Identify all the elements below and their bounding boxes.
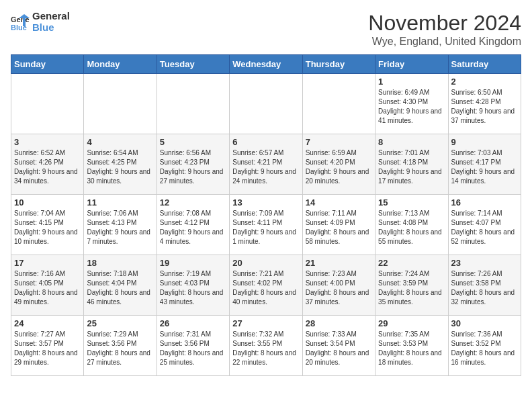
day-cell: 6Sunrise: 6:57 AM Sunset: 4:21 PM Daylig… bbox=[230, 134, 302, 195]
logo-icon: General Blue bbox=[11, 13, 30, 32]
day-number: 2 bbox=[451, 77, 518, 87]
day-cell: 30Sunrise: 7:36 AM Sunset: 3:52 PM Dayli… bbox=[448, 316, 521, 376]
day-number: 9 bbox=[451, 137, 518, 147]
day-cell: 2Sunrise: 6:50 AM Sunset: 4:28 PM Daylig… bbox=[448, 74, 521, 134]
day-cell: 19Sunrise: 7:19 AM Sunset: 4:03 PM Dayli… bbox=[157, 255, 229, 316]
day-number: 6 bbox=[232, 137, 299, 147]
day-cell bbox=[302, 74, 375, 134]
day-info: Sunrise: 7:26 AM Sunset: 3:58 PM Dayligh… bbox=[451, 269, 518, 307]
day-cell: 4Sunrise: 6:54 AM Sunset: 4:25 PM Daylig… bbox=[84, 134, 157, 195]
header: General Blue General Blue November 2024 … bbox=[11, 11, 521, 48]
day-info: Sunrise: 6:50 AM Sunset: 4:28 PM Dayligh… bbox=[451, 88, 518, 126]
day-header-monday: Monday bbox=[84, 55, 157, 74]
day-number: 30 bbox=[451, 318, 518, 328]
day-info: Sunrise: 7:21 AM Sunset: 4:02 PM Dayligh… bbox=[232, 269, 299, 307]
day-cell: 14Sunrise: 7:11 AM Sunset: 4:09 PM Dayli… bbox=[302, 195, 375, 255]
day-info: Sunrise: 7:18 AM Sunset: 4:04 PM Dayligh… bbox=[87, 269, 153, 307]
day-number: 5 bbox=[160, 137, 226, 147]
day-cell bbox=[84, 74, 157, 134]
day-info: Sunrise: 6:56 AM Sunset: 4:23 PM Dayligh… bbox=[160, 148, 226, 186]
day-cell bbox=[230, 74, 302, 134]
day-number: 17 bbox=[14, 258, 81, 268]
day-cell: 25Sunrise: 7:29 AM Sunset: 3:56 PM Dayli… bbox=[84, 316, 157, 376]
day-number: 27 bbox=[232, 318, 299, 328]
day-number: 26 bbox=[160, 318, 226, 328]
day-info: Sunrise: 6:54 AM Sunset: 4:25 PM Dayligh… bbox=[87, 148, 153, 186]
day-cell: 12Sunrise: 7:08 AM Sunset: 4:12 PM Dayli… bbox=[157, 195, 229, 255]
day-info: Sunrise: 7:03 AM Sunset: 4:17 PM Dayligh… bbox=[451, 148, 518, 186]
day-number: 20 bbox=[232, 258, 299, 268]
day-cell: 13Sunrise: 7:09 AM Sunset: 4:11 PM Dayli… bbox=[230, 195, 302, 255]
day-cell: 20Sunrise: 7:21 AM Sunset: 4:02 PM Dayli… bbox=[230, 255, 302, 316]
day-info: Sunrise: 7:09 AM Sunset: 4:11 PM Dayligh… bbox=[232, 209, 299, 246]
day-info: Sunrise: 6:57 AM Sunset: 4:21 PM Dayligh… bbox=[232, 148, 299, 186]
day-info: Sunrise: 6:49 AM Sunset: 4:30 PM Dayligh… bbox=[378, 88, 445, 126]
day-number: 12 bbox=[160, 197, 226, 208]
day-info: Sunrise: 7:24 AM Sunset: 3:59 PM Dayligh… bbox=[378, 269, 445, 307]
day-cell: 24Sunrise: 7:27 AM Sunset: 3:57 PM Dayli… bbox=[11, 316, 84, 376]
day-cell: 26Sunrise: 7:31 AM Sunset: 3:56 PM Dayli… bbox=[157, 316, 229, 376]
day-header-saturday: Saturday bbox=[448, 55, 521, 74]
day-number: 28 bbox=[306, 318, 372, 328]
day-info: Sunrise: 7:19 AM Sunset: 4:03 PM Dayligh… bbox=[160, 269, 226, 307]
day-cell: 10Sunrise: 7:04 AM Sunset: 4:15 PM Dayli… bbox=[11, 195, 84, 255]
day-info: Sunrise: 6:52 AM Sunset: 4:26 PM Dayligh… bbox=[14, 148, 81, 186]
day-number: 22 bbox=[378, 258, 445, 268]
day-cell: 29Sunrise: 7:35 AM Sunset: 3:53 PM Dayli… bbox=[375, 316, 448, 376]
day-info: Sunrise: 7:23 AM Sunset: 4:00 PM Dayligh… bbox=[306, 269, 372, 307]
day-number: 23 bbox=[451, 258, 518, 268]
header-row: SundayMondayTuesdayWednesdayThursdayFrid… bbox=[11, 55, 521, 74]
day-info: Sunrise: 6:59 AM Sunset: 4:20 PM Dayligh… bbox=[306, 148, 372, 186]
day-cell: 7Sunrise: 6:59 AM Sunset: 4:20 PM Daylig… bbox=[302, 134, 375, 195]
week-row-2: 10Sunrise: 7:04 AM Sunset: 4:15 PM Dayli… bbox=[11, 195, 521, 255]
day-cell: 17Sunrise: 7:16 AM Sunset: 4:05 PM Dayli… bbox=[11, 255, 84, 316]
day-cell: 11Sunrise: 7:06 AM Sunset: 4:13 PM Dayli… bbox=[84, 195, 157, 255]
day-number: 15 bbox=[378, 197, 445, 208]
day-info: Sunrise: 7:01 AM Sunset: 4:18 PM Dayligh… bbox=[378, 148, 445, 186]
day-cell: 15Sunrise: 7:13 AM Sunset: 4:08 PM Dayli… bbox=[375, 195, 448, 255]
day-number: 14 bbox=[306, 197, 372, 208]
day-info: Sunrise: 7:13 AM Sunset: 4:08 PM Dayligh… bbox=[378, 209, 445, 246]
day-number: 19 bbox=[160, 258, 226, 268]
day-cell: 1Sunrise: 6:49 AM Sunset: 4:30 PM Daylig… bbox=[375, 74, 448, 134]
day-number: 1 bbox=[378, 77, 445, 87]
week-row-1: 3Sunrise: 6:52 AM Sunset: 4:26 PM Daylig… bbox=[11, 134, 521, 195]
day-number: 4 bbox=[87, 137, 153, 147]
day-cell: 3Sunrise: 6:52 AM Sunset: 4:26 PM Daylig… bbox=[11, 134, 84, 195]
day-cell: 16Sunrise: 7:14 AM Sunset: 4:07 PM Dayli… bbox=[448, 195, 521, 255]
week-row-3: 17Sunrise: 7:16 AM Sunset: 4:05 PM Dayli… bbox=[11, 255, 521, 316]
day-cell: 28Sunrise: 7:33 AM Sunset: 3:54 PM Dayli… bbox=[302, 316, 375, 376]
day-number: 8 bbox=[378, 137, 445, 147]
day-number: 13 bbox=[232, 197, 299, 208]
day-info: Sunrise: 7:33 AM Sunset: 3:54 PM Dayligh… bbox=[306, 330, 372, 367]
day-info: Sunrise: 7:36 AM Sunset: 3:52 PM Dayligh… bbox=[451, 330, 518, 367]
day-number: 11 bbox=[87, 197, 153, 208]
day-info: Sunrise: 7:04 AM Sunset: 4:15 PM Dayligh… bbox=[14, 209, 81, 246]
logo: General Blue General Blue bbox=[11, 11, 70, 33]
day-cell: 23Sunrise: 7:26 AM Sunset: 3:58 PM Dayli… bbox=[448, 255, 521, 316]
day-number: 3 bbox=[14, 137, 81, 147]
day-number: 24 bbox=[14, 318, 81, 328]
day-cell: 21Sunrise: 7:23 AM Sunset: 4:00 PM Dayli… bbox=[302, 255, 375, 316]
day-number: 25 bbox=[87, 318, 153, 328]
day-header-sunday: Sunday bbox=[11, 55, 84, 74]
day-header-thursday: Thursday bbox=[302, 55, 375, 74]
day-number: 18 bbox=[87, 258, 153, 268]
day-number: 10 bbox=[14, 197, 81, 208]
logo-blue-text: Blue bbox=[32, 22, 70, 34]
calendar-table: SundayMondayTuesdayWednesdayThursdayFrid… bbox=[11, 54, 521, 376]
month-title: November 2024 bbox=[368, 11, 521, 36]
day-info: Sunrise: 7:08 AM Sunset: 4:12 PM Dayligh… bbox=[160, 209, 226, 246]
week-row-4: 24Sunrise: 7:27 AM Sunset: 3:57 PM Dayli… bbox=[11, 316, 521, 376]
day-header-friday: Friday bbox=[375, 55, 448, 74]
day-cell: 18Sunrise: 7:18 AM Sunset: 4:04 PM Dayli… bbox=[84, 255, 157, 316]
logo-general-text: General bbox=[32, 11, 70, 22]
day-number: 7 bbox=[306, 137, 372, 147]
day-info: Sunrise: 7:14 AM Sunset: 4:07 PM Dayligh… bbox=[451, 209, 518, 246]
day-info: Sunrise: 7:32 AM Sunset: 3:55 PM Dayligh… bbox=[232, 330, 299, 367]
day-header-wednesday: Wednesday bbox=[230, 55, 302, 74]
day-number: 16 bbox=[451, 197, 518, 208]
day-cell: 22Sunrise: 7:24 AM Sunset: 3:59 PM Dayli… bbox=[375, 255, 448, 316]
day-cell: 27Sunrise: 7:32 AM Sunset: 3:55 PM Dayli… bbox=[230, 316, 302, 376]
day-cell: 5Sunrise: 6:56 AM Sunset: 4:23 PM Daylig… bbox=[157, 134, 229, 195]
